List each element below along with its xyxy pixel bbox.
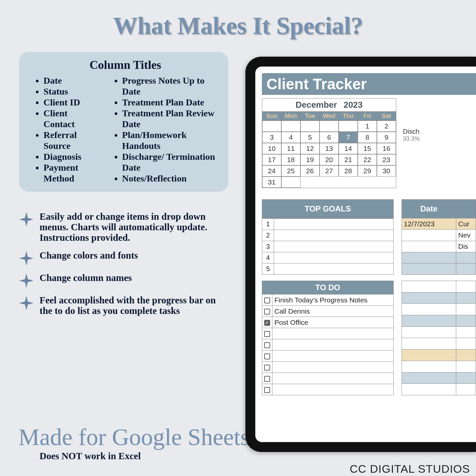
- stripe-cell[interactable]: [402, 350, 456, 361]
- stripe-cell[interactable]: [456, 350, 476, 361]
- goal-cell[interactable]: [274, 241, 394, 252]
- calendar-cell[interactable]: 20: [320, 154, 339, 165]
- calendar-cell[interactable]: 4: [281, 132, 300, 143]
- calendar-cell[interactable]: 19: [300, 154, 320, 165]
- calendar-cell[interactable]: 10: [262, 143, 281, 154]
- stripe-cell[interactable]: [456, 315, 476, 327]
- calendar-cell[interactable]: [300, 121, 320, 132]
- calendar-cell[interactable]: 11: [281, 143, 300, 154]
- todo-checkbox-cell[interactable]: [262, 384, 272, 395]
- calendar-cell[interactable]: 17: [262, 154, 281, 165]
- calendar-cell[interactable]: 1: [358, 121, 377, 132]
- stripe-cell[interactable]: [402, 372, 456, 384]
- date-cell[interactable]: [402, 252, 456, 263]
- todo-text[interactable]: [272, 373, 394, 384]
- data-cell[interactable]: Nev: [456, 230, 476, 241]
- stripe-cell[interactable]: [402, 304, 456, 315]
- calendar-cell[interactable]: 27: [320, 165, 339, 177]
- stripe-cell[interactable]: [456, 384, 476, 395]
- stripe-cell[interactable]: [402, 326, 456, 338]
- stripe-cell[interactable]: [456, 361, 476, 372]
- stripe-cell[interactable]: [402, 315, 456, 327]
- stripe-cell[interactable]: [402, 361, 456, 372]
- goal-cell[interactable]: [274, 219, 394, 230]
- stripe-cell[interactable]: [402, 384, 456, 395]
- stripe-cell[interactable]: [402, 338, 456, 350]
- checkbox-icon[interactable]: [264, 320, 270, 326]
- stripe-cell[interactable]: [456, 281, 476, 293]
- stripe-cell[interactable]: [456, 338, 476, 350]
- checkbox-icon[interactable]: [264, 342, 270, 348]
- stripe-cell[interactable]: [456, 292, 476, 304]
- date-cell[interactable]: 12/7/2023: [402, 218, 456, 230]
- calendar-cell[interactable]: 8: [358, 132, 377, 143]
- goal-cell[interactable]: [274, 252, 394, 264]
- checkbox-icon[interactable]: [264, 387, 270, 393]
- calendar-cell[interactable]: 12: [300, 143, 320, 154]
- todo-text[interactable]: Post Office: [272, 317, 394, 328]
- calendar-cell[interactable]: 2: [377, 121, 396, 132]
- top-goals-header: TOP GOALS: [262, 199, 394, 218]
- checkbox-icon[interactable]: [264, 297, 270, 303]
- calendar-cell[interactable]: 13: [320, 143, 339, 154]
- todo-text[interactable]: [272, 339, 394, 350]
- calendar-cell[interactable]: 21: [339, 154, 358, 165]
- todo-text[interactable]: [272, 350, 394, 362]
- todo-checkbox-cell[interactable]: [262, 350, 272, 362]
- checkbox-icon[interactable]: [264, 331, 270, 337]
- todo-text[interactable]: [272, 362, 394, 373]
- goal-cell[interactable]: [274, 264, 394, 275]
- stripe-cell[interactable]: [402, 292, 456, 304]
- todo-checkbox-cell[interactable]: [262, 373, 272, 384]
- date-cell[interactable]: [402, 230, 456, 241]
- calendar-cell[interactable]: 5: [300, 132, 320, 143]
- goal-cell[interactable]: [274, 230, 394, 241]
- checkbox-icon[interactable]: [264, 376, 270, 382]
- date-cell[interactable]: [402, 263, 456, 274]
- calendar-cell[interactable]: 31: [262, 177, 281, 188]
- todo-checkbox-cell[interactable]: [262, 328, 272, 339]
- data-cell[interactable]: Dis: [456, 241, 476, 252]
- stripe-cell[interactable]: [402, 281, 456, 293]
- stripe-cell[interactable]: [456, 372, 476, 384]
- calendar-cell[interactable]: 14: [339, 143, 358, 154]
- date-cell[interactable]: [402, 241, 456, 252]
- calendar-cell[interactable]: 6: [320, 132, 339, 143]
- calendar-cell[interactable]: 25: [281, 165, 300, 177]
- calendar-cell[interactable]: [320, 121, 339, 132]
- calendar-cell[interactable]: 9: [377, 132, 396, 143]
- calendar-cell[interactable]: 30: [377, 165, 396, 177]
- todo-checkbox-cell[interactable]: [262, 317, 272, 328]
- calendar-cell[interactable]: 28: [339, 165, 358, 177]
- calendar-cell[interactable]: 22: [358, 154, 377, 165]
- data-cell[interactable]: [456, 252, 476, 263]
- calendar-cell[interactable]: [262, 121, 281, 132]
- todo-checkbox-cell[interactable]: [262, 294, 272, 306]
- stripe-cell[interactable]: [456, 304, 476, 315]
- calendar-cell[interactable]: 15: [358, 143, 377, 154]
- calendar-cell[interactable]: 16: [377, 143, 396, 154]
- calendar-cell[interactable]: 26: [300, 165, 320, 177]
- checkbox-icon[interactable]: [264, 365, 270, 371]
- calendar-cell[interactable]: 29: [358, 165, 377, 177]
- calendar-cell[interactable]: 18: [281, 154, 300, 165]
- todo-text[interactable]: [272, 384, 394, 395]
- todo-text[interactable]: [272, 328, 394, 339]
- checkbox-icon[interactable]: [264, 309, 270, 315]
- data-cell[interactable]: Cur: [456, 218, 476, 230]
- calendar-cell[interactable]: 7: [339, 132, 358, 143]
- calendar-cell[interactable]: 23: [377, 154, 396, 165]
- calendar-cell[interactable]: [281, 121, 300, 132]
- calendar-cell[interactable]: 24: [262, 165, 281, 177]
- todo-text[interactable]: Finish Today's Progress Notes: [272, 294, 394, 306]
- todo-checkbox-cell[interactable]: [262, 306, 272, 317]
- stripe-cell[interactable]: [456, 326, 476, 338]
- calendar-cell[interactable]: 3: [262, 132, 281, 143]
- calendar-cell[interactable]: [339, 121, 358, 132]
- data-cell[interactable]: [456, 263, 476, 274]
- checkbox-icon[interactable]: [264, 353, 270, 359]
- todo-checkbox-cell[interactable]: [262, 339, 272, 350]
- calendar-cell[interactable]: [281, 177, 300, 188]
- todo-text[interactable]: Call Dennis: [272, 306, 394, 317]
- todo-checkbox-cell[interactable]: [262, 362, 272, 373]
